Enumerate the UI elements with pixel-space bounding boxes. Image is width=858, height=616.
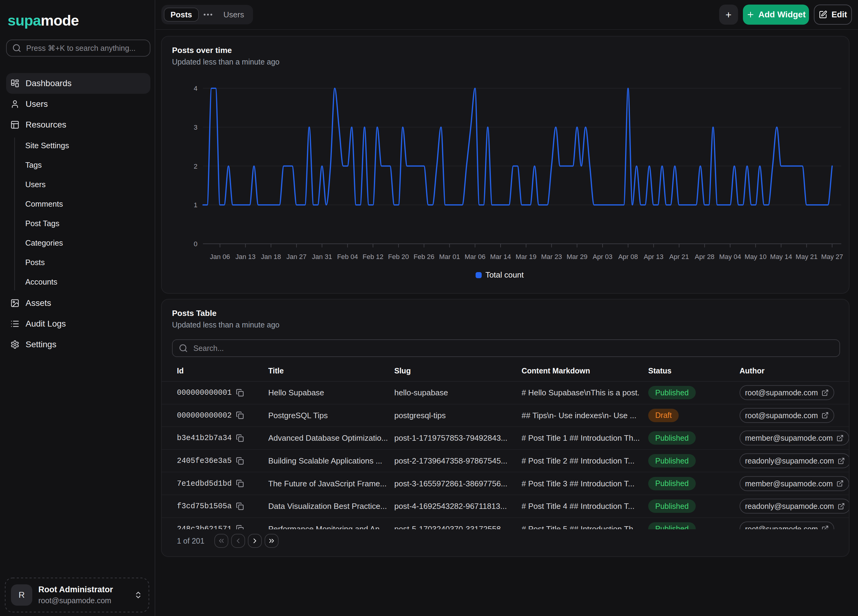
- svg-text:3: 3: [194, 124, 197, 131]
- svg-text:Mar 06: Mar 06: [465, 253, 485, 261]
- svg-text:Apr 28: Apr 28: [695, 253, 715, 261]
- svg-text:Apr 08: Apr 08: [618, 253, 638, 261]
- svg-text:Jan 31: Jan 31: [312, 253, 332, 261]
- svg-text:May 10: May 10: [745, 253, 767, 261]
- svg-text:Feb 04: Feb 04: [337, 253, 358, 261]
- svg-text:Feb 12: Feb 12: [363, 253, 384, 261]
- svg-text:Mar 14: Mar 14: [490, 253, 511, 261]
- svg-text:Apr 03: Apr 03: [593, 253, 612, 261]
- svg-text:May 14: May 14: [770, 253, 792, 261]
- svg-text:Apr 21: Apr 21: [669, 253, 689, 261]
- svg-text:Jan 06: Jan 06: [210, 253, 230, 261]
- svg-text:Jan 27: Jan 27: [286, 253, 306, 261]
- svg-text:Mar 23: Mar 23: [541, 253, 562, 261]
- svg-text:Jan 18: Jan 18: [261, 253, 281, 261]
- svg-text:Mar 01: Mar 01: [439, 253, 460, 261]
- svg-text:May 04: May 04: [719, 253, 741, 261]
- svg-text:Mar 19: Mar 19: [516, 253, 536, 261]
- svg-text:1: 1: [194, 201, 197, 209]
- svg-text:Feb 20: Feb 20: [388, 253, 409, 261]
- svg-text:Apr 13: Apr 13: [644, 253, 664, 261]
- svg-text:4: 4: [194, 85, 197, 92]
- svg-text:Jan 13: Jan 13: [235, 253, 255, 261]
- svg-text:0: 0: [194, 240, 197, 248]
- svg-text:May 21: May 21: [796, 253, 818, 261]
- svg-text:May 27: May 27: [821, 253, 843, 261]
- svg-text:2: 2: [194, 163, 197, 170]
- svg-text:Feb 26: Feb 26: [413, 253, 434, 261]
- svg-text:Mar 29: Mar 29: [567, 253, 588, 261]
